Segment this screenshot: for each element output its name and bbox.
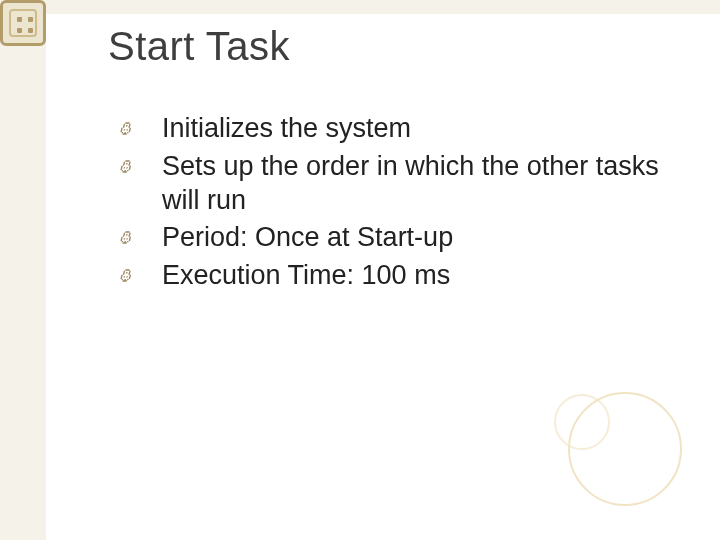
- bullet-glyph-icon: ߷: [140, 115, 162, 143]
- list-item: ߷Period: Once at Start-up: [140, 221, 660, 255]
- slide: Start Task ߷Initializes the system ߷Sets…: [0, 0, 720, 540]
- bullet-glyph-icon: ߷: [140, 224, 162, 252]
- background-circle-icon: [568, 392, 682, 506]
- corner-ornament-icon: [0, 0, 46, 46]
- bullet-text: Execution Time: 100 ms: [162, 260, 450, 290]
- bullet-glyph-icon: ߷: [140, 153, 162, 181]
- bullet-glyph-icon: ߷: [140, 262, 162, 290]
- list-item: ߷Execution Time: 100 ms: [140, 259, 660, 293]
- bullet-text: Sets up the order in which the other tas…: [162, 151, 659, 215]
- bullet-text: Period: Once at Start-up: [162, 222, 453, 252]
- left-decoration-band: [0, 0, 46, 540]
- slide-title: Start Task: [108, 24, 290, 69]
- list-item: ߷Initializes the system: [140, 112, 660, 146]
- bullet-list: ߷Initializes the system ߷Sets up the ord…: [140, 112, 660, 297]
- top-decoration-band: [0, 0, 720, 14]
- bullet-text: Initializes the system: [162, 113, 411, 143]
- list-item: ߷Sets up the order in which the other ta…: [140, 150, 660, 218]
